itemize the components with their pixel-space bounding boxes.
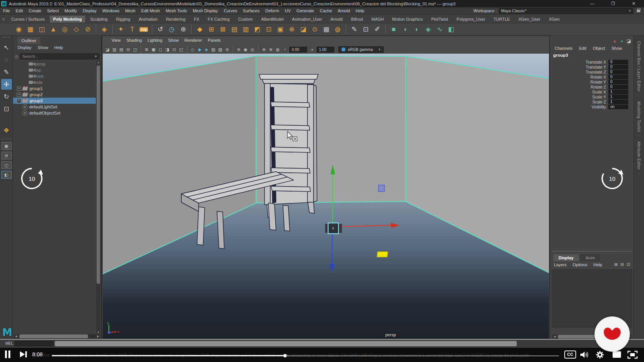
outliner-item[interactable]: + top <box>15 67 96 73</box>
theater-mode-button[interactable] <box>613 351 621 358</box>
lock-camera-icon[interactable]: ▥ <box>112 47 117 52</box>
exposure-field[interactable]: 0.00 <box>289 47 307 52</box>
resolution-gate-icon[interactable]: ◻ <box>158 47 163 52</box>
expand-icon[interactable]: + <box>17 87 21 91</box>
settings-gear-icon[interactable] <box>595 350 605 359</box>
bookshelf-object[interactable] <box>259 74 318 218</box>
shelf-menu-icon[interactable]: ≡ <box>0 17 8 21</box>
hyperbolic-icon[interactable]: ◪ <box>627 38 631 44</box>
shelf-tab[interactable]: Polygons_User <box>453 16 489 23</box>
layout-four-pane[interactable]: ⊞ <box>2 152 12 159</box>
channel-value-field[interactable]: on <box>608 105 628 109</box>
restore-button[interactable]: ❐ <box>608 1 618 6</box>
outliner-item[interactable]: + group1 <box>15 85 96 92</box>
new-layer-selected-icon[interactable]: ⊟ <box>621 262 624 267</box>
viewport-menu-item[interactable]: Show <box>168 38 179 43</box>
ao-icon[interactable]: ⊚ <box>224 47 230 52</box>
sidebar-vertical-tab[interactable]: Modeling Toolkit <box>637 102 641 136</box>
channel-box-menu-item[interactable]: Show <box>611 46 622 51</box>
cylinder-primitive[interactable]: ◫ <box>37 25 47 34</box>
scroll-left-icon[interactable]: ◀ <box>552 335 557 338</box>
shelf-tab[interactable]: Poly Modeling <box>50 16 85 23</box>
view-transform-dropdown[interactable]: sRGB gamma ▼ <box>338 46 384 53</box>
channel-label[interactable]: Translate Y <box>550 65 608 69</box>
mel-label[interactable]: MEL <box>5 341 13 346</box>
menu-item[interactable]: Curves <box>224 8 237 13</box>
uv-spiral[interactable]: ∿ <box>435 25 445 34</box>
bookmark-icon[interactable]: ⊟ <box>125 47 131 52</box>
last-used-tool-button[interactable]: ❖ <box>1 125 12 136</box>
shelf-tab[interactable]: Animation_User <box>289 16 325 23</box>
shadows-icon[interactable]: ▨ <box>217 47 223 52</box>
textured-icon[interactable]: ◈ <box>204 47 209 52</box>
shelf-tab[interactable]: FX <box>191 16 203 23</box>
shelf-tab[interactable]: AlbertModel <box>258 16 287 23</box>
isolate-select-icon[interactable]: ⊕ <box>261 47 267 52</box>
skip-forward-10-button[interactable]: 10 <box>600 166 624 191</box>
separate[interactable]: ⊞ <box>206 25 216 34</box>
video-progress-bar[interactable] <box>52 355 559 356</box>
channel-label[interactable]: Translate X <box>550 60 608 64</box>
wall-selection-handle[interactable] <box>378 185 384 192</box>
menu-item[interactable]: Mesh Tools <box>166 8 187 13</box>
range-slider[interactable] <box>55 341 517 346</box>
channel-label[interactable]: Scale Y <box>550 95 608 99</box>
channel-value-field[interactable]: 1 <box>608 90 628 94</box>
shelf-tab[interactable]: FX Caching <box>204 16 233 23</box>
safe-action-icon[interactable]: ◰ <box>178 47 184 52</box>
outliner-item[interactable]: + persp <box>15 61 96 67</box>
pause-button[interactable] <box>5 351 12 358</box>
superellipse-primitive[interactable]: ✦ <box>116 25 126 34</box>
shelf-tab[interactable]: Custom <box>235 16 256 23</box>
layer-editor-tab[interactable]: Anim <box>580 254 600 261</box>
new-layer-objects-icon[interactable]: ⊡ <box>627 262 630 267</box>
viewport-menu-item[interactable]: Panels <box>208 38 221 43</box>
lasso-tool[interactable]: ◌ <box>1 54 12 65</box>
zero-transform[interactable]: ⊛ <box>178 25 188 34</box>
field-chart-icon[interactable]: ⊡ <box>171 47 177 52</box>
uv-cube[interactable]: ◈ <box>423 25 433 34</box>
time-node[interactable]: ◷ <box>167 25 177 34</box>
shelf-tab[interactable]: Animation <box>135 16 161 23</box>
minimize-button[interactable]: — <box>587 1 597 6</box>
viewport-menu-item[interactable]: View <box>112 38 121 43</box>
outliner-item[interactable]: + front <box>15 73 96 79</box>
menu-item[interactable]: Modify <box>64 8 77 13</box>
outliner-horizontal-scrollbar[interactable]: ◀ ▶ <box>14 334 100 339</box>
shelf-tab[interactable]: XGen <box>545 16 563 23</box>
progress-playhead[interactable] <box>283 354 287 357</box>
menu-item[interactable]: Deform <box>265 8 279 13</box>
scroll-up-icon[interactable]: ▲ <box>96 61 100 64</box>
channel-value-field[interactable]: 1 <box>608 95 628 99</box>
use-all-lights-icon[interactable]: ▧ <box>210 47 216 52</box>
filter-icon[interactable]: ◎ <box>15 54 20 59</box>
menu-item[interactable]: Display <box>83 8 97 13</box>
search-input[interactable]: Search... ▼ <box>20 53 100 59</box>
menu-item[interactable]: Mesh Display <box>193 8 218 13</box>
channel-box-menu-item[interactable]: Channels <box>555 46 572 51</box>
joints-xray-icon[interactable]: ◍ <box>275 47 281 52</box>
fullscreen-button[interactable] <box>627 350 638 359</box>
layout-single-pane[interactable]: ▣ <box>2 142 12 150</box>
scroll-down-icon[interactable]: ▼ <box>96 331 100 334</box>
close-button[interactable]: ✕ <box>629 1 639 6</box>
cone-primitive[interactable]: ▲ <box>48 25 58 34</box>
bevel[interactable]: ◩ <box>252 25 262 34</box>
outliner-menu-item[interactable]: Display <box>18 45 31 50</box>
selected-object-name[interactable]: group3 <box>553 53 568 57</box>
shelf-tab[interactable]: Motion Graphics <box>389 16 426 23</box>
sphere-primitive[interactable]: ◉ <box>14 25 24 34</box>
gamma-field[interactable]: 1.00 <box>317 47 334 52</box>
menu-item[interactable]: Mesh <box>125 8 135 13</box>
menu-item[interactable]: Edit Mesh <box>141 8 160 13</box>
select-tool[interactable]: ↖ <box>1 42 12 53</box>
create-polygon[interactable]: ✐ <box>372 25 382 34</box>
scrollbar-thumb[interactable] <box>19 334 88 338</box>
menu-item[interactable]: Surfaces <box>243 8 260 13</box>
sidebar-vertical-tab[interactable]: Channel Box / Layer Editor <box>637 41 641 96</box>
viewport-menu-item[interactable]: Renderer <box>184 38 202 43</box>
channel-box-menu-item[interactable]: Edit <box>579 46 586 51</box>
outliner-item[interactable]: + group3 <box>13 98 96 104</box>
cube-primitive[interactable]: ▦ <box>25 25 35 34</box>
speed-state-icon[interactable]: ◕ <box>620 38 623 44</box>
